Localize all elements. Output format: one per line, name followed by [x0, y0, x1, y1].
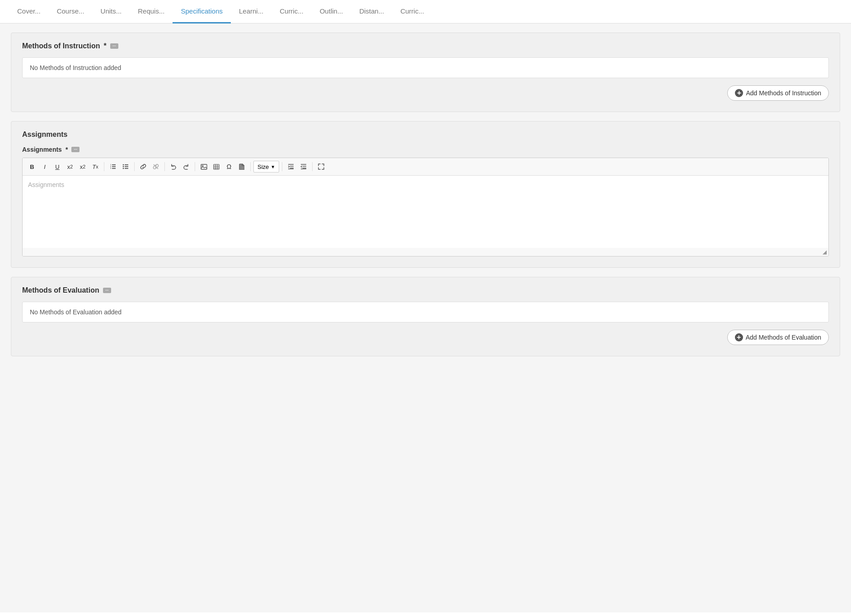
rte-separator-5	[250, 162, 251, 171]
methods-instruction-empty-state: No Methods of Instruction added	[22, 57, 829, 78]
assignments-section: Assignments Assignments * ··· B I U x2 x…	[11, 121, 840, 268]
rte-clear-format-button[interactable]: Tx	[89, 161, 101, 173]
add-methods-instruction-label: Add Methods of Instruction	[746, 89, 821, 97]
rte-redo-button[interactable]	[180, 161, 192, 173]
assignments-required-star: *	[65, 146, 68, 153]
methods-instruction-required-star: *	[103, 42, 106, 50]
rte-italic-button[interactable]: I	[39, 161, 51, 173]
assignments-info-icon[interactable]: ···	[71, 147, 79, 152]
assignments-rte: B I U x2 x2 Tx 1 2 3	[22, 158, 829, 257]
navigation-tabs: Cover... Course... Units... Requis... Sp…	[0, 0, 851, 23]
svg-rect-13	[201, 164, 207, 169]
methods-instruction-add-row: + Add Methods of Instruction	[22, 85, 829, 101]
tab-curric2[interactable]: Curric...	[392, 0, 432, 23]
tab-cover[interactable]: Cover...	[9, 0, 49, 23]
methods-of-instruction-section: Methods of Instruction * ··· No Methods …	[11, 33, 840, 112]
tab-course[interactable]: Course...	[49, 0, 93, 23]
methods-instruction-label: Methods of Instruction	[22, 42, 100, 50]
svg-point-10	[123, 166, 124, 167]
rte-fullscreen-button[interactable]	[315, 161, 327, 173]
add-methods-instruction-button[interactable]: + Add Methods of Instruction	[727, 85, 829, 101]
rte-file-button[interactable]	[236, 161, 248, 173]
rte-image-button[interactable]	[198, 161, 210, 173]
methods-evaluation-empty-state: No Methods of Evaluation added	[22, 302, 829, 322]
assignments-editor-body[interactable]: Assignments	[23, 176, 828, 248]
rte-separator-3	[164, 162, 165, 171]
rte-separator-7	[312, 162, 313, 171]
rte-separator-4	[195, 162, 195, 171]
rte-special-char-button[interactable]: Ω	[223, 161, 235, 173]
svg-text:3: 3	[110, 167, 112, 169]
methods-evaluation-info-icon[interactable]: ···	[103, 288, 111, 293]
svg-point-9	[123, 164, 124, 165]
rte-size-chevron: ▼	[271, 164, 275, 169]
rte-separator-2	[134, 162, 135, 171]
tab-requis[interactable]: Requis...	[130, 0, 173, 23]
svg-point-11	[123, 168, 124, 169]
add-methods-evaluation-button[interactable]: + Add Methods of Evaluation	[727, 330, 829, 345]
rte-underline-button[interactable]: U	[51, 161, 63, 173]
add-methods-instruction-plus-icon: +	[735, 89, 743, 97]
methods-instruction-empty-text: No Methods of Instruction added	[30, 64, 121, 71]
rte-unordered-list-button[interactable]	[120, 161, 131, 173]
methods-evaluation-title: Methods of Evaluation ···	[22, 286, 829, 294]
tab-specifications[interactable]: Specifications	[173, 0, 231, 23]
methods-evaluation-empty-text: No Methods of Evaluation added	[30, 308, 122, 316]
methods-instruction-title: Methods of Instruction * ···	[22, 42, 829, 50]
rte-indent-out-button[interactable]	[298, 161, 309, 173]
rte-undo-button[interactable]	[168, 161, 179, 173]
tab-curric1[interactable]: Curric...	[271, 0, 312, 23]
methods-instruction-info-icon[interactable]: ···	[110, 43, 118, 49]
methods-evaluation-label: Methods of Evaluation	[22, 286, 99, 294]
assignments-field-label-row: Assignments * ···	[22, 146, 829, 153]
methods-evaluation-add-row: + Add Methods of Evaluation	[22, 330, 829, 345]
tab-units[interactable]: Units...	[93, 0, 130, 23]
rte-separator-1	[104, 162, 104, 171]
assignments-placeholder: Assignments	[28, 181, 64, 188]
svg-rect-15	[214, 164, 219, 169]
main-content: Methods of Instruction * ··· No Methods …	[0, 23, 851, 612]
svg-point-14	[202, 165, 203, 167]
rte-bold-button[interactable]: B	[26, 161, 38, 173]
tab-outlin[interactable]: Outlin...	[312, 0, 351, 23]
rte-superscript-button[interactable]: x2	[77, 161, 89, 173]
rte-separator-6	[282, 162, 282, 171]
rte-ordered-list-button[interactable]: 1 2 3	[107, 161, 119, 173]
rte-subscript-button[interactable]: x2	[64, 161, 76, 173]
add-methods-evaluation-plus-icon: +	[735, 333, 743, 341]
rte-size-label: Size	[257, 163, 269, 170]
rte-resize-icon: ◢	[823, 249, 827, 255]
rte-unlink-button[interactable]	[150, 161, 162, 173]
rte-resize-handle[interactable]: ◢	[23, 248, 828, 256]
rte-toolbar: B I U x2 x2 Tx 1 2 3	[23, 158, 828, 176]
rte-indent-in-button[interactable]	[285, 161, 297, 173]
tab-distan[interactable]: Distan...	[351, 0, 392, 23]
assignments-title: Assignments	[22, 131, 829, 139]
methods-of-evaluation-section: Methods of Evaluation ··· No Methods of …	[11, 277, 840, 356]
rte-table-button[interactable]	[210, 161, 222, 173]
rte-link-button[interactable]	[137, 161, 149, 173]
assignments-field-label: Assignments	[22, 146, 62, 153]
add-methods-evaluation-label: Add Methods of Evaluation	[746, 334, 821, 341]
assignments-title-label: Assignments	[22, 131, 67, 139]
rte-size-button[interactable]: Size ▼	[253, 161, 279, 173]
tab-learni[interactable]: Learni...	[231, 0, 271, 23]
